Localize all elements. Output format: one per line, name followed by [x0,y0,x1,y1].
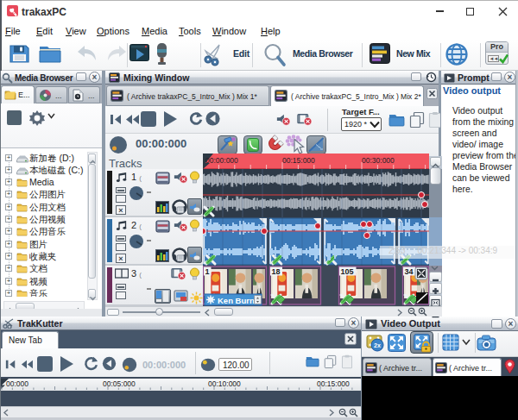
svg-text:34: 34 [405,267,414,276]
svg-text:105: 105 [341,267,354,276]
svg-text:2x: 2x [374,342,381,348]
svg-text:Ken Burns: Ken Burns [218,296,259,305]
svg-text:18: 18 [272,267,281,276]
svg-text:1: 1 [205,267,210,276]
